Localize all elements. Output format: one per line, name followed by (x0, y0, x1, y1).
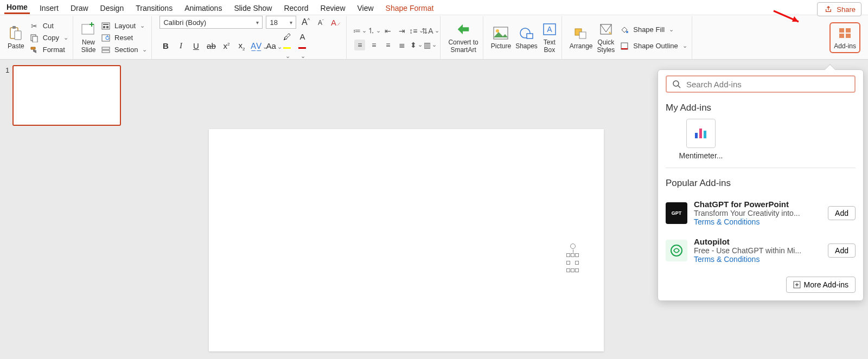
addins-label: Add-ins (834, 42, 856, 50)
slide-thumbnail-1[interactable] (12, 65, 121, 126)
popular-addin-chatgpt: GPT ChatGPT for PowerPoint Transform You… (666, 194, 856, 232)
tab-review[interactable]: Review (318, 2, 348, 14)
share-button[interactable]: Share (817, 2, 861, 16)
selected-shape[interactable] (566, 243, 579, 276)
ribbon: Paste ✂ Cut Copy Format (0, 15, 868, 60)
resize-handle[interactable] (566, 261, 570, 265)
reset-button[interactable]: Reset (100, 33, 147, 43)
bullets-button[interactable]: ≔ (354, 25, 365, 36)
svg-rect-7 (103, 24, 108, 25)
addins-search[interactable] (666, 75, 856, 93)
group-insert: Picture Shapes A Text Box (487, 16, 562, 59)
textbox-button[interactable]: A Text Box (542, 22, 557, 54)
tab-transitions[interactable]: Transitions (133, 2, 175, 14)
chatgpt-addin-terms-link[interactable]: Terms & Conditions (694, 217, 821, 226)
resize-handle[interactable] (575, 268, 579, 272)
resize-handle[interactable] (571, 253, 575, 257)
addins-button[interactable]: Add-ins (829, 22, 860, 53)
rotate-handle[interactable] (570, 243, 576, 249)
picture-button[interactable]: Picture (491, 25, 511, 50)
numbering-button[interactable]: ⒈ (368, 25, 379, 36)
align-text-button[interactable]: ⬍ (411, 40, 422, 50)
indent-button[interactable]: ⇥ (397, 25, 407, 36)
addins-search-input[interactable] (686, 80, 850, 89)
justify-button[interactable]: ≣ (397, 40, 407, 50)
shape-outline-button[interactable]: Shape Outline (619, 41, 687, 52)
svg-point-22 (626, 31, 628, 33)
char-spacing-button[interactable]: A̲V̲ (251, 41, 263, 51)
columns-button[interactable]: ▥ (425, 40, 436, 50)
format-painter-icon (29, 44, 40, 55)
autopilot-addin-title: Autopilot (694, 237, 821, 246)
shape-fill-button[interactable]: Shape Fill (619, 24, 687, 35)
font-size-select[interactable]: 18▾ (266, 16, 296, 29)
autopilot-addin-terms-link[interactable]: Terms & Conditions (694, 255, 821, 264)
arrange-icon (573, 25, 589, 41)
my-addin-mentimeter[interactable]: Mentimeter... (676, 119, 725, 160)
tab-record[interactable]: Record (282, 2, 310, 14)
slide[interactable] (209, 129, 604, 351)
text-direction-button[interactable]: ⇅A (425, 25, 436, 36)
shapes-button[interactable]: Shapes (515, 25, 538, 50)
tab-insert[interactable]: Insert (37, 2, 61, 14)
search-icon (671, 79, 682, 89)
tab-view[interactable]: View (355, 2, 376, 14)
group-arrange: Arrange Quick Styles Shape Fill Shape Ou… (565, 16, 692, 59)
highlight-icon: 🖊 (283, 32, 291, 41)
tab-design[interactable]: Design (98, 2, 126, 14)
shrink-font-button[interactable]: Aˇ (315, 18, 327, 27)
quick-styles-button[interactable]: Quick Styles (597, 22, 615, 54)
more-addins-button[interactable]: More Add-ins (786, 277, 856, 293)
copy-button[interactable]: Copy (29, 33, 68, 43)
copy-icon (29, 33, 40, 43)
highlight-button[interactable]: 🖊 (281, 32, 293, 60)
arrange-button[interactable]: Arrange (570, 25, 593, 50)
chatgpt-addin-desc: Transform Your Creativity into... (694, 209, 821, 217)
bold-button[interactable]: B (159, 41, 171, 50)
paste-label: Paste (8, 42, 24, 50)
line-spacing-button[interactable]: ↕≡ (411, 25, 422, 36)
layout-button[interactable]: Layout (100, 21, 147, 31)
autopilot-add-button[interactable]: Add (828, 243, 856, 258)
chatgpt-add-button[interactable]: Add (828, 206, 856, 220)
tab-animations[interactable]: Animations (182, 2, 224, 14)
superscript-button[interactable]: x2 (220, 41, 232, 50)
subscript-button[interactable]: x2 (235, 41, 247, 52)
align-right-button[interactable]: ≡ (382, 40, 393, 50)
group-clipboard: Paste ✂ Cut Copy Format (3, 16, 73, 59)
convert-smartart-button[interactable]: Convert to SmartArt (448, 22, 478, 54)
format-painter-button[interactable]: Format (29, 44, 68, 55)
svg-rect-1 (12, 26, 16, 29)
underline-button[interactable]: U (190, 41, 202, 50)
resize-handle[interactable] (566, 268, 570, 272)
font-color-button[interactable]: A (296, 32, 308, 60)
align-left-button[interactable]: ≡ (354, 40, 365, 50)
resize-handle[interactable] (575, 253, 579, 257)
outline-icon (619, 41, 630, 52)
section-button[interactable]: Section (100, 44, 147, 55)
svg-rect-34 (699, 129, 702, 138)
autopilot-addin-icon (666, 240, 687, 261)
svg-rect-27 (839, 34, 844, 38)
strike-button[interactable]: ab (205, 41, 217, 50)
tab-shape-format[interactable]: Shape Format (384, 2, 436, 14)
resize-handle[interactable] (566, 253, 570, 257)
paste-button[interactable]: Paste (8, 25, 24, 50)
italic-button[interactable]: I (175, 41, 187, 50)
clear-format-button[interactable]: A⟋ (330, 18, 342, 27)
resize-handle[interactable] (571, 268, 575, 272)
new-slide-button[interactable]: New Slide (81, 22, 96, 54)
tab-slideshow[interactable]: Slide Show (232, 2, 274, 14)
picture-label: Picture (491, 42, 511, 50)
format-label: Format (43, 46, 65, 54)
change-case-button[interactable]: Aa (266, 41, 278, 50)
font-name-select[interactable]: Calibri (Body)▾ (159, 16, 263, 29)
grow-font-button[interactable]: A^ (299, 17, 311, 27)
align-center-button[interactable]: ≡ (368, 40, 379, 50)
resize-handle[interactable] (575, 261, 579, 265)
cut-button[interactable]: ✂ Cut (29, 21, 68, 31)
outdent-button[interactable]: ⇤ (382, 25, 393, 36)
plus-icon (793, 281, 801, 289)
tab-draw[interactable]: Draw (68, 2, 91, 14)
tab-home[interactable]: Home (4, 1, 30, 14)
